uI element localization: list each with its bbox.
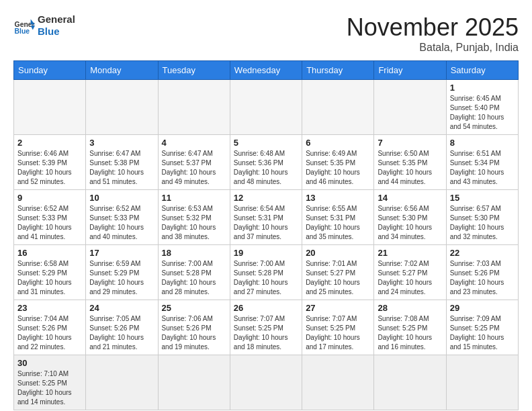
- calendar-day-cell: [158, 355, 230, 410]
- calendar-day-cell: 16Sunrise: 6:58 AM Sunset: 5:29 PM Dayli…: [14, 245, 86, 300]
- day-number: 13: [306, 193, 370, 203]
- calendar-day-cell: 11Sunrise: 6:53 AM Sunset: 5:32 PM Dayli…: [158, 190, 230, 245]
- calendar-day-cell: [86, 355, 158, 410]
- day-info: Sunrise: 7:00 AM Sunset: 5:28 PM Dayligh…: [162, 259, 226, 297]
- day-info: Sunrise: 7:08 AM Sunset: 5:25 PM Dayligh…: [378, 314, 442, 352]
- calendar-day-cell: [374, 80, 446, 135]
- weekday-header: Wednesday: [230, 61, 302, 80]
- day-info: Sunrise: 6:49 AM Sunset: 5:35 PM Dayligh…: [306, 149, 370, 187]
- day-info: Sunrise: 6:58 AM Sunset: 5:29 PM Dayligh…: [17, 259, 82, 297]
- calendar-day-cell: 30Sunrise: 7:10 AM Sunset: 5:25 PM Dayli…: [14, 355, 86, 410]
- day-info: Sunrise: 6:55 AM Sunset: 5:31 PM Dayligh…: [306, 204, 370, 242]
- calendar-day-cell: 9Sunrise: 6:52 AM Sunset: 5:33 PM Daylig…: [14, 190, 86, 245]
- day-info: Sunrise: 7:04 AM Sunset: 5:26 PM Dayligh…: [17, 314, 82, 352]
- calendar-day-cell: 3Sunrise: 6:47 AM Sunset: 5:38 PM Daylig…: [86, 135, 158, 190]
- calendar-day-cell: 13Sunrise: 6:55 AM Sunset: 5:31 PM Dayli…: [302, 190, 374, 245]
- calendar-day-cell: 10Sunrise: 6:52 AM Sunset: 5:33 PM Dayli…: [86, 190, 158, 245]
- day-info: Sunrise: 6:59 AM Sunset: 5:29 PM Dayligh…: [89, 259, 154, 297]
- day-number: 21: [378, 248, 442, 258]
- calendar-day-cell: 28Sunrise: 7:08 AM Sunset: 5:25 PM Dayli…: [374, 300, 446, 355]
- day-number: 24: [89, 303, 154, 313]
- logo-general: General: [38, 13, 75, 26]
- calendar-day-cell: 26Sunrise: 7:07 AM Sunset: 5:25 PM Dayli…: [230, 300, 302, 355]
- calendar-day-cell: [446, 355, 518, 410]
- day-number: 25: [162, 303, 226, 313]
- day-info: Sunrise: 6:45 AM Sunset: 5:40 PM Dayligh…: [450, 94, 515, 132]
- day-number: 15: [450, 193, 515, 203]
- calendar-day-cell: 8Sunrise: 6:51 AM Sunset: 5:34 PM Daylig…: [446, 135, 518, 190]
- calendar-day-cell: 17Sunrise: 6:59 AM Sunset: 5:29 PM Dayli…: [86, 245, 158, 300]
- day-info: Sunrise: 6:48 AM Sunset: 5:36 PM Dayligh…: [234, 149, 298, 187]
- calendar-day-cell: 18Sunrise: 7:00 AM Sunset: 5:28 PM Dayli…: [158, 245, 230, 300]
- day-info: Sunrise: 6:46 AM Sunset: 5:39 PM Dayligh…: [17, 149, 82, 187]
- day-info: Sunrise: 6:56 AM Sunset: 5:30 PM Dayligh…: [378, 204, 442, 242]
- calendar-day-cell: 24Sunrise: 7:05 AM Sunset: 5:26 PM Dayli…: [86, 300, 158, 355]
- day-number: 5: [234, 138, 298, 148]
- day-info: Sunrise: 7:00 AM Sunset: 5:28 PM Dayligh…: [234, 259, 298, 297]
- calendar-day-cell: 4Sunrise: 6:47 AM Sunset: 5:37 PM Daylig…: [158, 135, 230, 190]
- calendar-day-cell: 1Sunrise: 6:45 AM Sunset: 5:40 PM Daylig…: [446, 80, 518, 135]
- day-info: Sunrise: 6:57 AM Sunset: 5:30 PM Dayligh…: [450, 204, 515, 242]
- day-info: Sunrise: 7:06 AM Sunset: 5:26 PM Dayligh…: [162, 314, 226, 352]
- calendar-day-cell: 2Sunrise: 6:46 AM Sunset: 5:39 PM Daylig…: [14, 135, 86, 190]
- day-number: 6: [306, 138, 370, 148]
- svg-text:Blue: Blue: [15, 28, 30, 35]
- day-number: 19: [234, 248, 298, 258]
- day-info: Sunrise: 7:10 AM Sunset: 5:25 PM Dayligh…: [17, 369, 82, 407]
- weekday-header: Saturday: [446, 61, 518, 80]
- calendar-day-cell: [14, 80, 86, 135]
- day-number: 14: [378, 193, 442, 203]
- title-block: November 2025 Batala, Punjab, India: [347, 13, 519, 54]
- day-info: Sunrise: 6:47 AM Sunset: 5:38 PM Dayligh…: [89, 149, 154, 187]
- day-info: Sunrise: 6:53 AM Sunset: 5:32 PM Dayligh…: [162, 204, 226, 242]
- day-number: 20: [306, 248, 370, 258]
- day-number: 12: [234, 193, 298, 203]
- day-info: Sunrise: 6:52 AM Sunset: 5:33 PM Dayligh…: [17, 204, 82, 242]
- day-info: Sunrise: 6:54 AM Sunset: 5:31 PM Dayligh…: [234, 204, 298, 242]
- page-header: General Blue General Blue November 2025 …: [13, 13, 519, 54]
- calendar-day-cell: 14Sunrise: 6:56 AM Sunset: 5:30 PM Dayli…: [374, 190, 446, 245]
- calendar-day-cell: 25Sunrise: 7:06 AM Sunset: 5:26 PM Dayli…: [158, 300, 230, 355]
- calendar-day-cell: 15Sunrise: 6:57 AM Sunset: 5:30 PM Dayli…: [446, 190, 518, 245]
- weekday-header: Sunday: [14, 61, 86, 80]
- day-number: 18: [162, 248, 226, 258]
- weekday-header-row: SundayMondayTuesdayWednesdayThursdayFrid…: [14, 61, 519, 80]
- day-number: 10: [89, 193, 154, 203]
- weekday-header: Tuesday: [158, 61, 230, 80]
- day-number: 3: [89, 138, 154, 148]
- day-number: 26: [234, 303, 298, 313]
- day-number: 9: [17, 193, 82, 203]
- day-info: Sunrise: 6:50 AM Sunset: 5:35 PM Dayligh…: [378, 149, 442, 187]
- calendar-day-cell: 7Sunrise: 6:50 AM Sunset: 5:35 PM Daylig…: [374, 135, 446, 190]
- calendar-day-cell: 27Sunrise: 7:07 AM Sunset: 5:25 PM Dayli…: [302, 300, 374, 355]
- calendar-week-row: 9Sunrise: 6:52 AM Sunset: 5:33 PM Daylig…: [14, 190, 519, 245]
- calendar-week-row: 2Sunrise: 6:46 AM Sunset: 5:39 PM Daylig…: [14, 135, 519, 190]
- day-info: Sunrise: 7:07 AM Sunset: 5:25 PM Dayligh…: [306, 314, 370, 352]
- weekday-header: Friday: [374, 61, 446, 80]
- day-number: 2: [17, 138, 82, 148]
- calendar-day-cell: [86, 80, 158, 135]
- calendar-week-row: 1Sunrise: 6:45 AM Sunset: 5:40 PM Daylig…: [14, 80, 519, 135]
- day-info: Sunrise: 7:07 AM Sunset: 5:25 PM Dayligh…: [234, 314, 298, 352]
- day-info: Sunrise: 7:03 AM Sunset: 5:26 PM Dayligh…: [450, 259, 515, 297]
- day-info: Sunrise: 7:09 AM Sunset: 5:25 PM Dayligh…: [450, 314, 515, 352]
- day-number: 30: [17, 358, 82, 368]
- calendar-day-cell: [158, 80, 230, 135]
- logo-icon: General Blue: [13, 15, 35, 36]
- calendar-day-cell: 23Sunrise: 7:04 AM Sunset: 5:26 PM Dayli…: [14, 300, 86, 355]
- calendar-day-cell: [302, 355, 374, 410]
- calendar-day-cell: [230, 355, 302, 410]
- month-title: November 2025: [347, 13, 519, 42]
- calendar: SundayMondayTuesdayWednesdayThursdayFrid…: [13, 60, 519, 410]
- day-info: Sunrise: 6:47 AM Sunset: 5:37 PM Dayligh…: [162, 149, 226, 187]
- calendar-week-row: 16Sunrise: 6:58 AM Sunset: 5:29 PM Dayli…: [14, 245, 519, 300]
- day-number: 27: [306, 303, 370, 313]
- calendar-day-cell: [230, 80, 302, 135]
- calendar-day-cell: 5Sunrise: 6:48 AM Sunset: 5:36 PM Daylig…: [230, 135, 302, 190]
- calendar-day-cell: 19Sunrise: 7:00 AM Sunset: 5:28 PM Dayli…: [230, 245, 302, 300]
- calendar-day-cell: 20Sunrise: 7:01 AM Sunset: 5:27 PM Dayli…: [302, 245, 374, 300]
- calendar-day-cell: 29Sunrise: 7:09 AM Sunset: 5:25 PM Dayli…: [446, 300, 518, 355]
- weekday-header: Thursday: [302, 61, 374, 80]
- day-info: Sunrise: 6:52 AM Sunset: 5:33 PM Dayligh…: [89, 204, 154, 242]
- day-number: 17: [89, 248, 154, 258]
